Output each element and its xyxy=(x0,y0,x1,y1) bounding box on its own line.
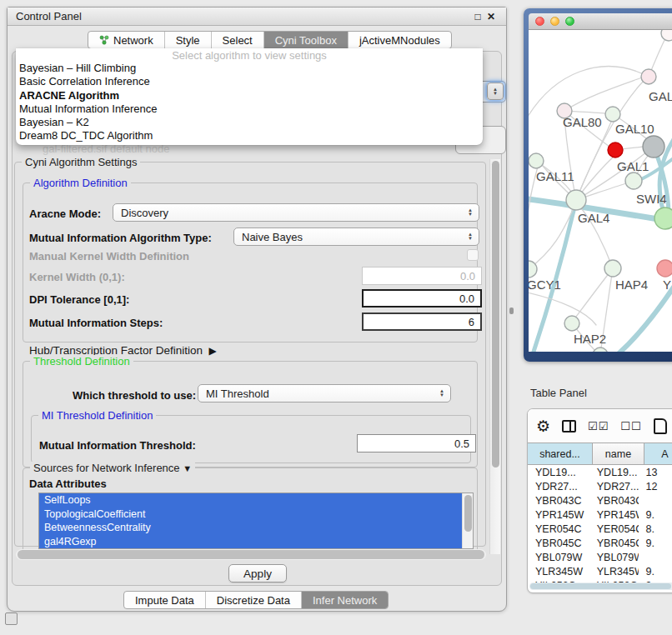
unchecked-pair-icon[interactable]: ☐☐ xyxy=(620,420,641,432)
float-window-icon[interactable]: □ xyxy=(471,11,484,22)
dropdown-item[interactable]: Bayesian – Hill Climbing xyxy=(16,62,483,75)
network-node[interactable] xyxy=(608,142,623,158)
expander-down-icon: ▼ xyxy=(183,463,192,473)
aracne-mode-select[interactable]: Discovery ▲▼ xyxy=(113,203,479,222)
network-node-label: HAP4 xyxy=(615,278,648,292)
table-toolbar: ⚙ ☑☑ ☐☐ xyxy=(528,409,672,442)
group-title: Algorithm Definition xyxy=(30,177,131,189)
list-scrollbar[interactable] xyxy=(462,493,473,548)
data-attributes-list[interactable]: SelfLoopsTopologicalCoefficientBetweenne… xyxy=(38,492,474,549)
gear-icon[interactable]: ⚙ xyxy=(536,417,550,436)
attribute-list-item-selected[interactable]: TopologicalCoefficient xyxy=(39,508,462,522)
combo-spinner-focused[interactable]: ▲▼ xyxy=(487,82,504,100)
mi-steps-input[interactable]: 6 xyxy=(362,312,482,331)
column-header[interactable]: shared... xyxy=(528,443,593,464)
columns-icon[interactable] xyxy=(562,420,576,432)
tab-infer-network[interactable]: Infer Network xyxy=(302,592,388,608)
table-row[interactable]: YDR27...YDR27...12 xyxy=(528,480,672,494)
manual-kernel-checkbox[interactable] xyxy=(467,249,479,261)
table-row[interactable]: YLR345WYLR345W9. xyxy=(528,565,672,579)
table-horizontal-scrollbar[interactable] xyxy=(529,582,672,590)
network-canvas[interactable]: GALGAL80GAL10GAL1GAL11SWI4GAL4GCY1HAP4YH… xyxy=(529,30,672,352)
dropdown-item[interactable]: Dream8 DC_TDC Algorithm xyxy=(16,129,483,142)
table-row[interactable]: YDL19...YDL19...13 xyxy=(528,466,672,480)
table-row[interactable]: YBL079WYBL079W xyxy=(528,551,672,565)
chevron-updown-icon: ▲▼ xyxy=(466,228,474,245)
sources-expander[interactable]: Sources for Network Inference ▼ xyxy=(30,462,195,474)
kernel-width-input[interactable]: 0.0 xyxy=(362,267,482,285)
chevron-updown-icon: ▲▼ xyxy=(466,204,474,221)
data-attributes-label: Data Attributes xyxy=(29,478,107,490)
network-node[interactable] xyxy=(564,316,579,331)
dropdown-item-selected[interactable]: ARACNE Algorithm xyxy=(16,89,483,102)
kernel-width-label: Kernel Width (0,1): xyxy=(29,271,125,283)
control-panel-window: Control Panel □ ✕ Network Style Select C… xyxy=(7,7,507,612)
close-traffic-light-icon[interactable] xyxy=(535,17,544,26)
dropdown-item[interactable]: Bayesian – K2 xyxy=(16,116,483,129)
network-node[interactable] xyxy=(529,153,544,168)
network-edge[interactable] xyxy=(564,78,642,111)
table-cell: YBR043C xyxy=(528,494,589,508)
checked-pair-icon[interactable]: ☑☑ xyxy=(588,420,609,432)
dpi-tolerance-input[interactable]: 0.0 xyxy=(362,289,482,308)
settings-vertical-scrollbar[interactable] xyxy=(489,159,500,554)
network-node[interactable] xyxy=(625,172,642,189)
mi-algorithm-type-select[interactable]: Naive Bayes ▲▼ xyxy=(233,228,479,246)
network-node[interactable] xyxy=(661,30,672,41)
column-header[interactable]: name xyxy=(593,443,644,464)
document-icon[interactable] xyxy=(654,418,667,434)
zoom-traffic-light-icon[interactable] xyxy=(565,17,574,26)
tab-select[interactable]: Select xyxy=(212,32,264,48)
column-header[interactable]: A xyxy=(644,443,672,464)
tab-label: Network xyxy=(113,34,153,47)
dropdown-placeholder: Select algorithm to view settings xyxy=(16,49,483,62)
minimize-traffic-light-icon[interactable] xyxy=(550,17,559,26)
network-edge[interactable] xyxy=(564,118,576,200)
tab-jactivemnodules[interactable]: jActiveMNodules xyxy=(349,32,451,48)
apply-button[interactable]: Apply xyxy=(228,564,287,582)
network-window-titlebar[interactable] xyxy=(529,13,672,30)
attribute-list-item-selected[interactable]: SelfLoops xyxy=(39,493,462,508)
dropdown-item[interactable]: Basic Correlation Inference xyxy=(16,75,483,88)
attribute-list-item-selected[interactable]: gal4RGexp xyxy=(39,535,462,549)
table-cell: 13 xyxy=(639,466,672,480)
window-title: Control Panel xyxy=(16,10,471,22)
panel-divider-grip[interactable] xyxy=(509,308,514,314)
dropdown-item[interactable]: Mutual Information Inference xyxy=(16,102,483,116)
network-node[interactable] xyxy=(604,260,621,277)
tab-impute-data[interactable]: Impute Data xyxy=(124,592,206,608)
table-row[interactable]: YER054CYER054C8. xyxy=(528,522,672,537)
close-window-icon[interactable]: ✕ xyxy=(484,11,498,22)
table-cell: YDR27... xyxy=(528,480,589,494)
tab-network[interactable]: Network xyxy=(88,32,165,48)
attribute-list-item-selected[interactable]: BetweennessCentrality xyxy=(39,521,462,535)
network-node[interactable] xyxy=(641,69,656,84)
tab-discretize-data[interactable]: Discretize Data xyxy=(206,592,302,608)
network-node[interactable] xyxy=(566,190,586,210)
network-edge[interactable] xyxy=(529,292,596,325)
network-node-label: GAL1 xyxy=(617,159,649,173)
table-cell: YBL079W xyxy=(589,551,639,565)
collapsed-panel-button[interactable] xyxy=(5,612,18,625)
mi-threshold-input[interactable]: 0.5 xyxy=(357,434,476,452)
network-node-label: GAL4 xyxy=(578,211,609,225)
table-cell xyxy=(639,551,672,565)
network-view-window[interactable]: GALGAL80GAL10GAL1GAL11SWI4GAL4GCY1HAP4YH… xyxy=(524,8,672,362)
table-row[interactable]: YPR145WYPR145W9. xyxy=(528,508,672,522)
network-node[interactable] xyxy=(605,107,620,122)
table-cell: YDR27... xyxy=(589,480,639,494)
network-node[interactable] xyxy=(643,136,664,158)
settings-horizontal-scrollbar[interactable] xyxy=(16,549,486,560)
table-cell: YBR045C xyxy=(589,537,639,551)
network-node[interactable] xyxy=(657,260,672,277)
table-row[interactable]: YBR045CYBR045C9. xyxy=(528,537,672,551)
which-threshold-select[interactable]: MI Threshold ▲▼ xyxy=(198,384,451,402)
table-row[interactable]: YBR043CYBR043C xyxy=(528,494,672,508)
table-panel: ⚙ ☑☑ ☐☐ shared...nameA YDL19...YDL19...1… xyxy=(527,408,672,593)
network-node[interactable] xyxy=(593,348,608,352)
network-node[interactable] xyxy=(654,208,672,229)
tab-cyni-toolbox[interactable]: Cyni Toolbox xyxy=(264,32,349,48)
button-label: Apply xyxy=(243,568,272,580)
table-cell: YLR345W xyxy=(528,565,589,579)
tab-style[interactable]: Style xyxy=(165,32,212,48)
